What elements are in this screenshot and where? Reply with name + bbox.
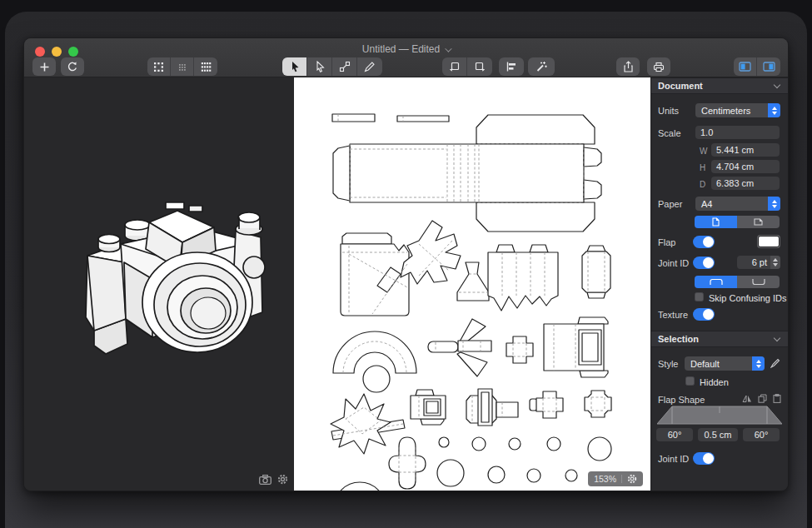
width-row: W 5.441 cm [651, 143, 788, 157]
orientation-segmented-control [695, 216, 780, 228]
auto-arrange-button[interactable] [528, 57, 555, 76]
app-window: Untitled — Edited [23, 37, 789, 491]
arrange-loose-button[interactable] [147, 57, 171, 76]
cursor-outline-icon [314, 61, 326, 72]
landscape-button[interactable] [737, 216, 780, 228]
chevron-down-icon [774, 82, 780, 88]
stepper-arrows-icon[interactable] [770, 256, 780, 269]
joint-id-inside-button[interactable] [695, 276, 737, 288]
scale-label: Scale [658, 128, 681, 138]
joint-style-row [651, 275, 788, 289]
popup-stepper-icon [768, 103, 780, 117]
flap-color-well[interactable] [758, 236, 780, 247]
units-popup[interactable]: Centimeters [695, 103, 780, 117]
flip-icon[interactable] [742, 394, 752, 403]
camera-3d-model[interactable] [72, 179, 272, 362]
joint-id-label: Joint ID [658, 258, 689, 268]
selection-joint-id-toggle[interactable] [693, 452, 715, 465]
share-button[interactable] [616, 57, 640, 76]
depth-value: 6.383 cm [716, 178, 754, 188]
paper-popup[interactable]: A4 [695, 197, 780, 211]
canvas-settings-gear-icon[interactable] [627, 474, 637, 484]
right-angle-field[interactable]: 60° [743, 428, 780, 441]
joint-id-row: Joint ID 6 pt [651, 256, 788, 270]
toggle-left-panel-button[interactable] [734, 57, 757, 76]
joint-id-outside-button[interactable] [737, 276, 780, 288]
titlebar: Untitled — Edited [24, 38, 788, 77]
rotate-right-icon [474, 61, 486, 72]
flap-toggle[interactable] [693, 236, 715, 248]
inspector-panel: Document Units Centimeters Scale 1.0 W [650, 77, 788, 491]
pencil-icon [364, 61, 376, 72]
arrange-center-button[interactable] [171, 57, 194, 76]
select-tool-button[interactable] [282, 57, 307, 76]
zoom-badge[interactable]: 153% [588, 471, 643, 486]
hidden-label: Hidden [700, 377, 729, 387]
draw-tool-button[interactable] [357, 57, 382, 76]
scale-field[interactable]: 1.0 [695, 126, 780, 139]
papercraft-pattern[interactable] [294, 77, 650, 491]
texture-row: Texture [651, 307, 788, 321]
cursor-filled-icon [289, 61, 301, 72]
rotate-segmented-control [442, 57, 492, 76]
paste-icon[interactable] [773, 394, 781, 403]
height-axis-label: H [700, 162, 705, 172]
arrange-center-icon [177, 62, 187, 72]
edit-style-pencil-icon[interactable] [770, 358, 780, 368]
texture-toggle[interactable] [693, 308, 715, 321]
joint-size-stepper[interactable]: 6 pt [737, 256, 780, 269]
depth-axis-label: D [700, 179, 705, 188]
style-popup[interactable]: Default [685, 356, 765, 371]
height-value: 4.704 cm [716, 162, 754, 172]
style-label: Style [658, 359, 678, 369]
rotate-right-button[interactable] [467, 57, 492, 76]
paper-label: Paper [658, 199, 682, 209]
rotate-left-button[interactable] [442, 57, 467, 76]
depth-field[interactable]: 6.383 cm [711, 177, 780, 190]
pattern-canvas[interactable]: 153% [294, 77, 650, 491]
zoom-level: 153% [594, 474, 616, 484]
portrait-button[interactable] [695, 216, 737, 228]
tool-segmented-control [282, 57, 382, 76]
print-icon [653, 62, 665, 72]
paper-value: A4 [695, 199, 768, 209]
document-section-header[interactable]: Document [651, 77, 788, 94]
flap-shape-preview[interactable] [657, 405, 782, 425]
gear-icon[interactable] [277, 474, 288, 485]
viewport-toolbar [259, 474, 288, 485]
skip-confusing-ids-checkbox[interactable] [695, 292, 704, 301]
camera-snapshot-icon[interactable] [259, 475, 271, 485]
flap-up-icon [752, 278, 765, 286]
arrange-grid-button[interactable] [194, 57, 217, 76]
node-edit-icon [339, 61, 351, 72]
left-angle-value: 60° [668, 430, 682, 440]
joint-id-toggle[interactable] [693, 257, 715, 269]
add-shape-button[interactable] [32, 57, 56, 76]
direct-select-tool-button[interactable] [307, 57, 332, 76]
selection-header-label: Selection [658, 334, 699, 344]
toggle-right-panel-button[interactable] [757, 57, 780, 76]
scale-row: Scale 1.0 [651, 126, 788, 140]
left-angle-field[interactable]: 60° [656, 428, 693, 441]
hidden-checkbox[interactable] [685, 376, 695, 386]
align-button[interactable] [499, 57, 524, 76]
refresh-unfold-button[interactable] [61, 57, 84, 76]
selection-joint-id-label: Joint ID [658, 454, 689, 464]
flap-shape-tools [742, 394, 781, 403]
copy-icon[interactable] [758, 394, 767, 403]
print-button[interactable] [647, 57, 670, 76]
skip-ids-row: Skip Confusing IDs [651, 291, 788, 305]
width-field[interactable]: 5.441 cm [711, 143, 780, 157]
sync-icon [67, 61, 78, 72]
flap-width-field[interactable]: 0.5 cm [698, 428, 738, 441]
flap-dimension-row: 60° 0.5 cm 60° [651, 428, 788, 442]
landscape-page-icon [754, 218, 763, 226]
orientation-row [651, 215, 788, 229]
skip-confusing-ids-label: Skip Confusing IDs [709, 293, 787, 303]
node-edit-tool-button[interactable] [332, 57, 357, 76]
selection-section-header[interactable]: Selection [651, 331, 788, 347]
3d-viewport[interactable] [24, 77, 294, 491]
title-menu-chevron-icon[interactable] [445, 45, 451, 52]
arrange-loose-icon [153, 62, 164, 72]
height-field[interactable]: 4.704 cm [711, 160, 780, 173]
